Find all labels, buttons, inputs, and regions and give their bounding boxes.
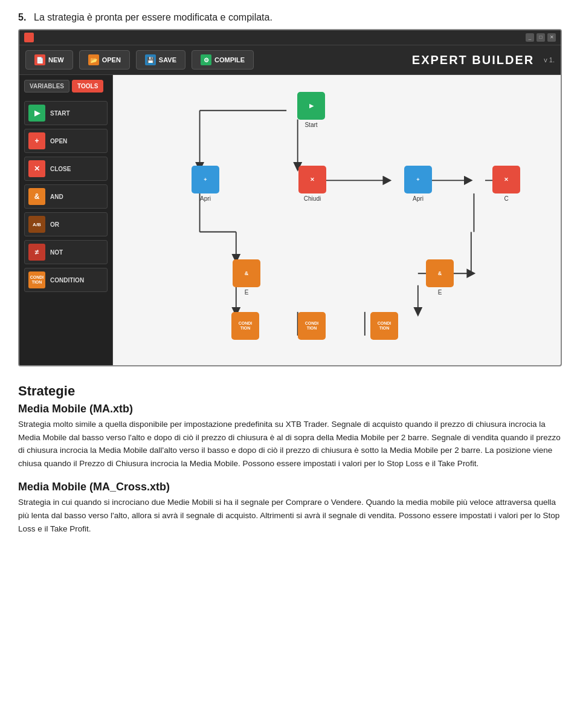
app-title: EXPERT BUILDER bbox=[412, 53, 534, 67]
sidebar-item-condition[interactable]: CONDITION CONDITION bbox=[24, 268, 108, 292]
strategie-title: Strategie bbox=[18, 383, 562, 399]
and2-label: E bbox=[438, 289, 442, 296]
and-label: AND bbox=[50, 193, 63, 200]
ma-xtb-title: Media Mobile (MA.xtb) bbox=[18, 403, 562, 415]
app-sidebar: VARIABLES TOOLS ▶ START + OPEN ✕ CLOSE & bbox=[19, 75, 113, 365]
flow-node-cond1[interactable]: CONDITION bbox=[231, 312, 259, 340]
compile-icon: ⚙ bbox=[201, 54, 211, 65]
page-content: 5. La strategia è pronta per essere modi… bbox=[0, 0, 580, 561]
ma-cross-body: Strategia in cui quando si incrociano du… bbox=[18, 496, 562, 535]
and2-box: & bbox=[426, 259, 454, 287]
app-screenshot: _ □ ✕ 📄 NEW 📂 OPEN 💾 SAVE ⚙ COMPILE bbox=[18, 29, 562, 366]
app-version: v 1. bbox=[544, 56, 555, 63]
sidebar-item-start[interactable]: ▶ START bbox=[24, 101, 108, 125]
flow-node-and2[interactable]: & E bbox=[426, 259, 454, 296]
sidebar-item-close[interactable]: ✕ CLOSE bbox=[24, 157, 108, 181]
start-label: START bbox=[50, 110, 70, 117]
cond1-box: CONDITION bbox=[231, 312, 259, 340]
sidebar-item-or[interactable]: A/B OR bbox=[24, 212, 108, 236]
open-icon: 📂 bbox=[88, 54, 99, 65]
open-sidebar-icon: + bbox=[28, 132, 45, 149]
compile-label: COMPILE bbox=[214, 56, 245, 63]
new-button[interactable]: 📄 NEW bbox=[25, 50, 73, 70]
condition-label: CONDITION bbox=[50, 277, 84, 284]
tab-tools[interactable]: TOOLS bbox=[72, 80, 103, 93]
close-sidebar-label: CLOSE bbox=[50, 166, 71, 172]
or-icon: A/B bbox=[28, 216, 45, 233]
start-node-label: Start bbox=[304, 122, 317, 128]
c-box: ✕ bbox=[492, 166, 520, 193]
intro-number: 5. bbox=[18, 12, 29, 23]
save-icon: 💾 bbox=[145, 54, 156, 65]
flow-node-c[interactable]: ✕ C bbox=[492, 166, 520, 202]
canvas-svg bbox=[113, 75, 561, 365]
open-button[interactable]: 📂 OPEN bbox=[79, 50, 130, 70]
not-icon: ≠ bbox=[28, 244, 45, 261]
intro-item-5: 5. La strategia è pronta per essere modi… bbox=[18, 12, 562, 23]
and1-label: E bbox=[245, 289, 249, 296]
maximize-btn[interactable]: □ bbox=[536, 33, 545, 42]
cond2-box: CONDITION bbox=[298, 312, 326, 340]
save-label: SAVE bbox=[159, 56, 176, 63]
and1-box: & bbox=[233, 259, 260, 287]
close-btn[interactable]: ✕ bbox=[547, 33, 556, 42]
sidebar-item-not[interactable]: ≠ NOT bbox=[24, 240, 108, 264]
flow-node-cond3[interactable]: CONDITION bbox=[370, 312, 398, 340]
apri2-label: Apri bbox=[413, 195, 424, 202]
tab-variables[interactable]: VARIABLES bbox=[24, 80, 69, 93]
open-label: OPEN bbox=[102, 56, 121, 63]
chiudi-label: Chiudi bbox=[304, 195, 321, 202]
c-label: C bbox=[504, 195, 508, 202]
new-icon: 📄 bbox=[34, 54, 45, 65]
flow-node-apri1[interactable]: + Apri bbox=[192, 166, 219, 202]
ma-xtb-body: Strategia molto simile a quella disponib… bbox=[18, 418, 562, 470]
chiudi-box: ✕ bbox=[298, 166, 326, 193]
and-icon: & bbox=[28, 188, 45, 205]
app-toolbar: 📄 NEW 📂 OPEN 💾 SAVE ⚙ COMPILE EXPERT BUI… bbox=[19, 45, 561, 75]
start-box: ▶ bbox=[297, 92, 325, 120]
sidebar-item-open[interactable]: + OPEN bbox=[24, 129, 108, 153]
close-sidebar-icon: ✕ bbox=[28, 160, 45, 177]
apri2-box: + bbox=[404, 166, 432, 193]
ma-cross-title: Media Mobile (MA_Cross.xtb) bbox=[18, 481, 562, 493]
app-icon bbox=[24, 33, 34, 42]
compile-button[interactable]: ⚙ COMPILE bbox=[192, 50, 254, 70]
intro-text-5: La strategia è pronta per essere modific… bbox=[34, 12, 272, 23]
app-canvas: ▶ Start + Apri ✕ Chiudi + Apri bbox=[113, 75, 561, 365]
not-label: NOT bbox=[50, 249, 63, 256]
minimize-btn[interactable]: _ bbox=[526, 33, 534, 42]
flow-node-start[interactable]: ▶ Start bbox=[297, 92, 325, 128]
sidebar-tabs: VARIABLES TOOLS bbox=[24, 80, 108, 93]
flow-node-cond2[interactable]: CONDITION bbox=[298, 312, 326, 340]
flow-node-chiudi[interactable]: ✕ Chiudi bbox=[298, 166, 326, 202]
titlebar-controls: _ □ ✕ bbox=[526, 33, 556, 42]
flow-node-apri2[interactable]: + Apri bbox=[404, 166, 432, 202]
start-icon: ▶ bbox=[28, 105, 45, 122]
condition-icon: CONDITION bbox=[28, 271, 45, 288]
app-titlebar: _ □ ✕ bbox=[19, 30, 561, 45]
flow-node-and1[interactable]: & E bbox=[233, 259, 260, 296]
app-body: VARIABLES TOOLS ▶ START + OPEN ✕ CLOSE & bbox=[19, 75, 561, 365]
new-label: NEW bbox=[48, 56, 64, 63]
apri1-box: + bbox=[192, 166, 219, 193]
section-strategie: Strategie Media Mobile (MA.xtb) Strategi… bbox=[18, 383, 562, 535]
or-label: OR bbox=[50, 221, 59, 228]
open-sidebar-label: OPEN bbox=[50, 138, 67, 145]
cond3-box: CONDITION bbox=[370, 312, 398, 340]
apri1-label: Apri bbox=[200, 195, 211, 202]
sidebar-item-and[interactable]: & AND bbox=[24, 184, 108, 209]
save-button[interactable]: 💾 SAVE bbox=[136, 50, 185, 70]
